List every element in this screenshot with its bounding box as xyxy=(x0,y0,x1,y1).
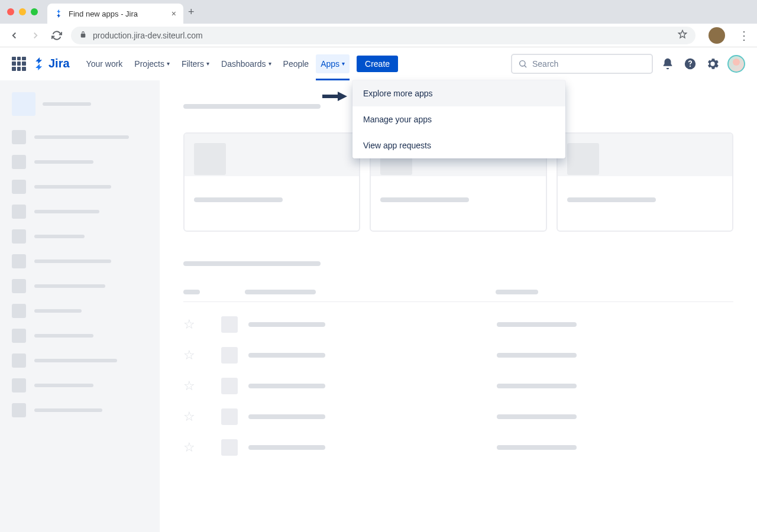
jira-product-name: Jira xyxy=(48,57,70,70)
jira-favicon xyxy=(54,9,64,18)
tab-title: Find new apps - Jira xyxy=(69,9,167,18)
apps-dropdown-menu: Explore more apps Manage your apps View … xyxy=(352,80,565,158)
sidebar-item-skeleton xyxy=(12,403,148,417)
back-button[interactable] xyxy=(7,28,21,43)
nav-dashboards[interactable]: Dashboards▾ xyxy=(216,54,276,73)
heading-skeleton xyxy=(183,104,321,109)
nav-your-work[interactable]: Your work xyxy=(82,54,128,73)
browser-tab-bar: Find new apps - Jira × + xyxy=(0,0,757,24)
list-row-skeleton: ☆ xyxy=(183,401,733,432)
minimize-window-button[interactable] xyxy=(19,8,26,15)
new-tab-button[interactable]: + xyxy=(188,6,195,18)
star-icon: ☆ xyxy=(183,440,195,455)
lock-icon xyxy=(79,31,87,40)
jira-logo[interactable]: Jira xyxy=(33,57,70,70)
help-icon[interactable] xyxy=(682,56,698,72)
card-skeleton xyxy=(183,132,360,232)
sidebar-item-skeleton xyxy=(12,205,148,219)
nav-apps[interactable]: Apps▾ xyxy=(316,54,350,73)
primary-nav: Your work Projects▾ Filters▾ Dashboards▾… xyxy=(82,54,399,73)
address-bar[interactable]: production.jira-dev.siteurl.com xyxy=(71,27,695,44)
sidebar-item-skeleton xyxy=(12,378,148,392)
list-section: ☆ ☆ ☆ ☆ ☆ xyxy=(183,261,733,463)
browser-toolbar: production.jira-dev.siteurl.com ⋮ xyxy=(0,24,757,47)
svg-point-0 xyxy=(520,60,525,66)
annotation-arrow xyxy=(322,90,347,105)
nav-people[interactable]: People xyxy=(279,54,314,73)
browser-menu-button[interactable]: ⋮ xyxy=(738,28,750,43)
sidebar-item-skeleton xyxy=(12,155,148,169)
star-icon: ☆ xyxy=(183,378,195,394)
sidebar-item-skeleton xyxy=(12,304,148,318)
settings-icon[interactable] xyxy=(705,56,720,72)
chevron-down-icon: ▾ xyxy=(342,60,345,67)
list-heading-skeleton xyxy=(183,261,321,266)
list-header-skeleton xyxy=(183,290,733,302)
user-avatar[interactable] xyxy=(727,55,745,73)
sidebar-item-skeleton xyxy=(12,130,148,144)
url-text: production.jira-dev.siteurl.com xyxy=(93,31,672,40)
dropdown-item-manage-apps[interactable]: Manage your apps xyxy=(352,106,565,132)
star-icon: ☆ xyxy=(183,317,195,332)
list-row-skeleton: ☆ xyxy=(183,371,733,401)
close-window-button[interactable] xyxy=(7,8,14,15)
close-tab-button[interactable]: × xyxy=(172,9,176,18)
reload-button[interactable] xyxy=(50,28,64,43)
search-icon xyxy=(518,59,528,69)
sidebar-item-skeleton xyxy=(12,254,148,268)
browser-profile-avatar[interactable] xyxy=(709,27,725,44)
star-icon: ☆ xyxy=(183,409,195,424)
sidebar-item-skeleton xyxy=(12,353,148,368)
sidebar-item-skeleton xyxy=(12,229,148,244)
sidebar-header-skeleton xyxy=(12,92,148,116)
list-row-skeleton: ☆ xyxy=(183,432,733,463)
sidebar xyxy=(0,80,160,532)
list-row-skeleton: ☆ xyxy=(183,340,733,371)
chevron-down-icon: ▾ xyxy=(167,60,170,67)
nav-filters[interactable]: Filters▾ xyxy=(177,54,214,73)
dropdown-item-app-requests[interactable]: View app requests xyxy=(352,132,565,158)
forward-button[interactable] xyxy=(28,28,43,43)
sidebar-item-skeleton xyxy=(12,279,148,293)
star-icon: ☆ xyxy=(183,348,195,363)
maximize-window-button[interactable] xyxy=(31,8,38,15)
app-switcher-icon[interactable] xyxy=(12,57,26,71)
window-controls xyxy=(7,8,38,15)
sidebar-list-skeleton xyxy=(12,130,148,417)
notifications-icon[interactable] xyxy=(660,56,675,72)
dropdown-item-explore-apps[interactable]: Explore more apps xyxy=(352,80,565,106)
nav-projects[interactable]: Projects▾ xyxy=(130,54,174,73)
chevron-down-icon: ▾ xyxy=(268,60,271,67)
create-button[interactable]: Create xyxy=(357,56,398,72)
list-row-skeleton: ☆ xyxy=(183,309,733,340)
card-skeleton xyxy=(557,132,733,232)
chevron-down-icon: ▾ xyxy=(206,60,209,67)
sidebar-item-skeleton xyxy=(12,329,148,343)
bookmark-star-icon[interactable] xyxy=(678,30,687,41)
search-placeholder: Search xyxy=(532,59,558,69)
sidebar-item-skeleton xyxy=(12,180,148,194)
browser-tab[interactable]: Find new apps - Jira × xyxy=(47,4,183,24)
search-input[interactable]: Search xyxy=(511,54,653,74)
header-right: Search xyxy=(511,54,745,74)
jira-top-nav: Jira Your work Projects▾ Filters▾ Dashbo… xyxy=(0,47,757,80)
